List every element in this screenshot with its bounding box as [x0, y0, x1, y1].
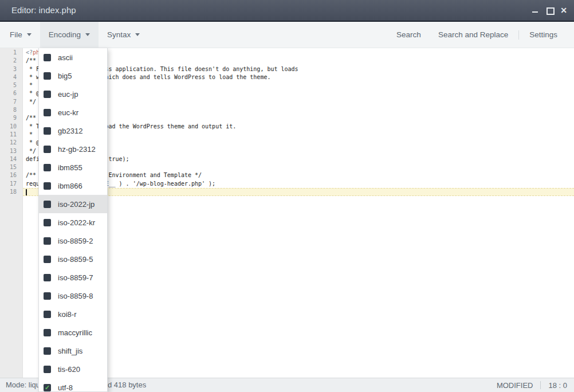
- menu-file-label: File: [10, 30, 22, 39]
- line-number: 9: [0, 114, 22, 122]
- line-number: 15: [0, 163, 22, 171]
- dropdown-item-gb2312[interactable]: gb2312: [39, 121, 107, 140]
- dropdown-item-tis-620[interactable]: tis-620: [39, 360, 107, 378]
- unchecked-checkbox-icon: [44, 146, 51, 153]
- code-line[interactable]: [26, 188, 574, 196]
- code-line[interactable]: <?php: [26, 49, 574, 57]
- dropdown-item-euc-jp[interactable]: euc-jp: [39, 85, 107, 103]
- code-line[interactable]: require( dirname( __FILE__ ) . '/wp-blog…: [26, 180, 574, 188]
- dropdown-item-iso-8859-2[interactable]: iso-8859-2: [39, 232, 107, 250]
- menu-syntax[interactable]: Syntax: [99, 22, 148, 48]
- dropdown-item-label: ibm866: [58, 182, 82, 190]
- dropdown-item-label: ibm855: [58, 163, 82, 172]
- php-open-tag: <?: [26, 49, 33, 56]
- dropdown-item-label: iso-8859-7: [58, 273, 93, 282]
- dropdown-item-label: koi8-r: [58, 310, 77, 319]
- code-line[interactable]: [26, 106, 574, 114]
- maximize-icon[interactable]: [546, 7, 553, 14]
- unchecked-checkbox-icon: [44, 274, 51, 281]
- dropdown-item-ascii[interactable]: ascii: [39, 48, 107, 66]
- status-right-group: MODIFIED 18 : 0: [497, 378, 567, 392]
- dropdown-item-ibm855[interactable]: ibm855: [39, 158, 107, 177]
- dropdown-item-label: maccyrillic: [58, 328, 92, 337]
- dropdown-item-label: ascii: [58, 53, 73, 62]
- line-number: 16: [0, 171, 22, 179]
- dropdown-item-label: tis-620: [58, 365, 80, 374]
- dropdown-item-iso-8859-7[interactable]: iso-8859-7: [39, 268, 107, 287]
- code-line[interactable]: */: [26, 98, 574, 106]
- unchecked-checkbox-icon: [44, 219, 51, 226]
- menu-left-group: File Encoding Syntax: [0, 22, 148, 48]
- status-cursor-position: 18 : 0: [548, 381, 567, 390]
- status-modified-badge: MODIFIED: [497, 381, 533, 390]
- code-line[interactable]: /** Loads the WordPress Environment and …: [26, 171, 574, 179]
- dropdown-item-label: utf-8: [58, 383, 73, 392]
- dropdown-item-iso-2022-jp[interactable]: iso-2022-jp: [39, 195, 107, 213]
- chevron-down-icon: [135, 33, 140, 36]
- unchecked-checkbox-icon: [44, 109, 51, 116]
- menu-encoding[interactable]: Encoding: [40, 22, 99, 48]
- code-text[interactable]: <?php/** * Front to the WordPress applic…: [26, 49, 574, 196]
- menu-file[interactable]: File: [1, 22, 40, 48]
- menu-settings[interactable]: Settings: [521, 30, 566, 39]
- code-line[interactable]: define('WP_USE_THEMES', true);: [26, 155, 574, 163]
- unchecked-checkbox-icon: [44, 256, 51, 263]
- code-line[interactable]: /**: [26, 57, 574, 65]
- dropdown-item-ibm866[interactable]: ibm866: [39, 177, 107, 195]
- code-line[interactable]: * Tells WordPress to load the WordPress …: [26, 123, 574, 131]
- line-number: 11: [0, 131, 22, 139]
- menu-search-and-replace-label: Search and Replace: [438, 30, 508, 39]
- dropdown-item-big5[interactable]: big5: [39, 66, 107, 85]
- menubar: File Encoding Syntax Search Search and R…: [0, 22, 574, 48]
- code-line[interactable]: * wp-blog-header.php which does and tell…: [26, 73, 574, 81]
- code-line[interactable]: *: [26, 81, 574, 89]
- line-number: 4: [0, 73, 22, 81]
- code-line[interactable]: * Front to the WordPress application. Th…: [26, 65, 574, 73]
- unchecked-checkbox-icon: [44, 164, 51, 171]
- code-line[interactable]: * @package WordPress: [26, 89, 574, 97]
- dropdown-item-shift_jis[interactable]: shift_jis: [39, 342, 107, 360]
- dropdown-item-label: shift_jis: [58, 347, 82, 355]
- line-number: 18: [0, 188, 22, 196]
- line-number: 13: [0, 147, 22, 155]
- minimize-icon[interactable]: [532, 7, 538, 14]
- menu-right-group: Search Search and Replace Settings: [388, 22, 574, 48]
- code-line[interactable]: /**: [26, 114, 574, 122]
- code-line[interactable]: */: [26, 147, 574, 155]
- dropdown-item-hz-gb-2312[interactable]: hz-gb-2312: [39, 140, 107, 158]
- close-icon[interactable]: ✕: [560, 7, 567, 14]
- unchecked-checkbox-icon: [44, 329, 51, 336]
- dropdown-item-label: gb2312: [58, 127, 82, 135]
- encoding-dropdown-menu: asciibig5euc-jpeuc-krgb2312hz-gb-2312ibm…: [38, 48, 108, 392]
- dropdown-item-label: iso-2022-kr: [58, 218, 95, 227]
- text-cursor: [26, 189, 27, 196]
- line-number: 6: [0, 89, 22, 97]
- dropdown-item-iso-8859-8[interactable]: iso-8859-8: [39, 287, 107, 305]
- status-mode: Mode: liqu: [6, 378, 40, 391]
- dropdown-item-euc-kr[interactable]: euc-kr: [39, 103, 107, 121]
- code-line[interactable]: *: [26, 131, 574, 139]
- line-number: 12: [0, 139, 22, 147]
- menu-encoding-label: Encoding: [49, 30, 81, 39]
- menu-syntax-label: Syntax: [107, 30, 131, 39]
- menu-settings-label: Settings: [529, 30, 557, 39]
- unchecked-checkbox-icon: [44, 311, 51, 318]
- dropdown-item-iso-8859-5[interactable]: iso-8859-5: [39, 250, 107, 268]
- dropdown-item-maccyrillic[interactable]: maccyrillic: [39, 323, 107, 342]
- code-line[interactable]: [26, 163, 574, 171]
- menu-search[interactable]: Search: [388, 30, 430, 39]
- unchecked-checkbox-icon: [44, 201, 51, 208]
- line-number: 2: [0, 57, 22, 65]
- chevron-down-icon: [85, 33, 90, 36]
- dropdown-item-iso-2022-kr[interactable]: iso-2022-kr: [39, 213, 107, 232]
- code-line[interactable]: * @var bool: [26, 139, 574, 147]
- titlebar: Editor: index.php ✕: [0, 0, 574, 22]
- dropdown-item-koi8-r[interactable]: koi8-r: [39, 305, 107, 323]
- status-bytes: d 418 bytes: [108, 378, 146, 391]
- unchecked-checkbox-icon: [44, 54, 51, 61]
- unchecked-checkbox-icon: [44, 347, 51, 355]
- dropdown-item-label: iso-8859-2: [58, 237, 93, 245]
- menu-search-and-replace[interactable]: Search and Replace: [430, 30, 517, 39]
- dropdown-item-utf-8[interactable]: ✓utf-8: [39, 378, 107, 392]
- line-number-gutter: 123456789101112131415161718: [0, 48, 23, 378]
